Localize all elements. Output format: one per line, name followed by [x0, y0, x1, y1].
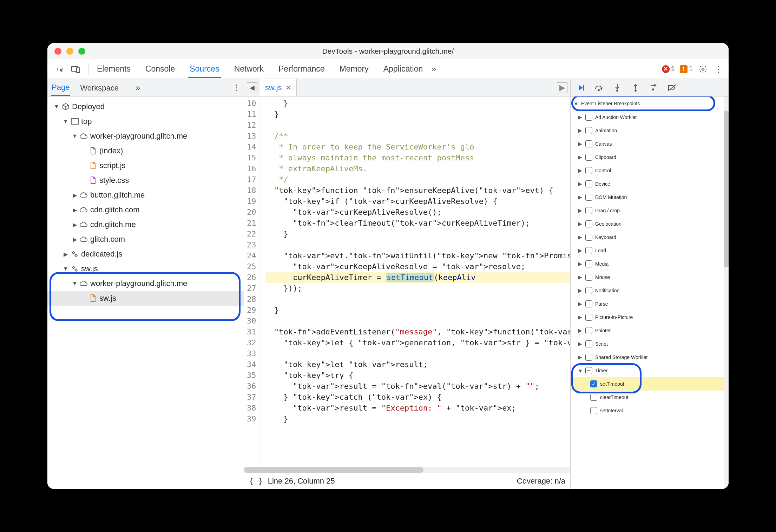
deactivate-breakpoints-icon[interactable]: [667, 82, 677, 93]
checkbox[interactable]: [585, 314, 592, 321]
file-tab-swjs[interactable]: sw.js ✕: [260, 79, 297, 96]
checkbox[interactable]: [585, 274, 592, 281]
step-into-icon[interactable]: [612, 82, 623, 93]
checkbox[interactable]: [590, 394, 597, 401]
tree-origin-collapsed[interactable]: ▶button.glitch.me: [47, 188, 244, 202]
tree-origin-collapsed[interactable]: ▶cdn.glitch.com: [47, 202, 244, 217]
tree-sw-worker[interactable]: ▼ sw.js: [47, 261, 244, 276]
panel-tab-memory[interactable]: Memory: [338, 60, 370, 78]
category-row[interactable]: ▶Notification: [571, 284, 724, 297]
checkbox-checked[interactable]: ✓: [590, 380, 597, 387]
cloud-icon: [80, 191, 88, 199]
checkbox[interactable]: [585, 247, 592, 254]
kebab-menu-icon[interactable]: ⋮: [713, 64, 724, 74]
vertical-scrollbar[interactable]: [724, 97, 729, 489]
checkbox[interactable]: [585, 220, 592, 227]
category-row[interactable]: ▶DOM Mutation: [571, 191, 724, 204]
checkbox[interactable]: [585, 194, 592, 201]
devtools-window: DevTools - worker-playground.glitch.me/ …: [47, 43, 729, 489]
close-tab-icon[interactable]: ✕: [285, 84, 291, 92]
panel-tab-sources[interactable]: Sources: [188, 60, 221, 78]
tree-origin-collapsed[interactable]: ▶cdn.glitch.me: [47, 217, 244, 232]
category-row[interactable]: ▶Keyboard: [571, 231, 724, 244]
panel-tab-performance[interactable]: Performance: [277, 60, 326, 78]
tree-sw-file[interactable]: ▶ sw.js: [47, 291, 244, 306]
navigator-more-icon[interactable]: »: [136, 83, 140, 93]
pretty-print-icon[interactable]: { }: [249, 477, 263, 485]
checkbox[interactable]: [585, 180, 592, 187]
category-row[interactable]: ▶Media: [571, 257, 724, 271]
tree-sw-origin[interactable]: ▼ worker-playground.glitch.me: [47, 276, 244, 291]
resume-icon[interactable]: [576, 82, 586, 93]
tree-top[interactable]: ▼ top: [47, 114, 244, 129]
checkbox[interactable]: [585, 167, 592, 174]
checkbox[interactable]: [585, 127, 592, 134]
category-row[interactable]: ▶Ad Auction Worklet: [571, 111, 724, 124]
timer-child-cleartimeout[interactable]: clearTimeout: [571, 391, 724, 404]
checkbox[interactable]: [585, 287, 592, 294]
checkbox[interactable]: [585, 300, 592, 307]
checkbox-mixed[interactable]: [585, 367, 592, 374]
error-count[interactable]: ✕1: [662, 65, 675, 73]
device-mode-icon[interactable]: [71, 64, 81, 74]
source-pane: ◀ sw.js ✕ ▶ 1011121314151617181920212223…: [244, 79, 571, 489]
navigator-tab-page[interactable]: Page: [51, 79, 70, 96]
panel-tab-network[interactable]: Network: [233, 60, 265, 78]
panel-tab-console[interactable]: Console: [144, 60, 176, 78]
category-row[interactable]: ▶Shared Storage Worklet: [571, 351, 724, 364]
step-out-icon[interactable]: [630, 82, 641, 93]
inspect-icon[interactable]: [55, 64, 66, 74]
settings-icon[interactable]: [698, 64, 708, 74]
category-row[interactable]: ▶Picture-in-Picture: [571, 311, 724, 324]
checkbox[interactable]: [585, 327, 592, 334]
navigator-kebab-icon[interactable]: ⋮: [232, 83, 240, 92]
category-row[interactable]: ▶Script: [571, 337, 724, 351]
category-row[interactable]: ▶Geolocation: [571, 217, 724, 231]
tree-origin-collapsed[interactable]: ▶glitch.com: [47, 232, 244, 247]
tree-dedicated-worker[interactable]: ▶ dedicated.js: [47, 247, 244, 261]
checkbox[interactable]: [585, 154, 592, 161]
category-row[interactable]: ▶Canvas: [571, 137, 724, 151]
checkbox[interactable]: [585, 354, 592, 361]
category-row[interactable]: ▶Control: [571, 164, 724, 177]
timer-child-setinterval[interactable]: setInterval: [571, 404, 724, 417]
checkbox[interactable]: [585, 207, 592, 214]
checkbox[interactable]: [585, 114, 592, 121]
run-snippet-icon[interactable]: ▶: [557, 82, 567, 93]
tree-file-index[interactable]: ▶ (index): [47, 144, 244, 158]
more-tabs-icon[interactable]: »: [431, 64, 436, 74]
svg-point-8: [75, 269, 77, 271]
checkbox[interactable]: [585, 234, 592, 241]
warning-count[interactable]: !1: [680, 65, 693, 73]
tree-deployed[interactable]: ▼ Deployed: [47, 99, 244, 114]
step-over-icon[interactable]: [594, 82, 604, 93]
checkbox[interactable]: [585, 260, 592, 267]
box-icon: [61, 102, 70, 111]
event-listener-breakpoints-header[interactable]: ▼ Event Listener Breakpoints: [571, 97, 724, 111]
category-row[interactable]: ▶Pointer: [571, 324, 724, 337]
category-row[interactable]: ▶Parse: [571, 297, 724, 311]
tree-file-stylecss[interactable]: ▶ style.css: [47, 173, 244, 188]
category-row[interactable]: ▶Drag / drop: [571, 204, 724, 217]
timer-child-settimeout[interactable]: ✓ setTimeout: [571, 377, 724, 391]
category-row[interactable]: ▶Animation: [571, 124, 724, 137]
checkbox[interactable]: [585, 340, 592, 347]
category-row[interactable]: ▶Mouse: [571, 271, 724, 284]
code-editor[interactable]: 1011121314151617181920212223242526272829…: [244, 97, 570, 467]
tree-file-scriptjs[interactable]: ▶ script.js: [47, 158, 244, 173]
category-row[interactable]: ▶Load: [571, 244, 724, 257]
document-icon: [89, 147, 97, 155]
step-icon[interactable]: [649, 82, 659, 93]
category-row[interactable]: ▶Clipboard: [571, 151, 724, 164]
checkbox[interactable]: [585, 140, 592, 147]
category-timer[interactable]: ▼ Timer: [571, 364, 724, 377]
category-row[interactable]: ▶Device: [571, 177, 724, 191]
svg-rect-2: [77, 68, 80, 73]
checkbox[interactable]: [590, 407, 597, 414]
navigator-tab-workspace[interactable]: Workspace: [79, 80, 119, 95]
tree-origin[interactable]: ▼ worker-playground.glitch.me: [47, 129, 244, 144]
horizontal-scrollbar[interactable]: [244, 467, 570, 473]
panel-tab-application[interactable]: Application: [382, 60, 425, 78]
toggle-navigator-icon[interactable]: ◀: [247, 82, 257, 93]
panel-tab-elements[interactable]: Elements: [96, 60, 132, 78]
